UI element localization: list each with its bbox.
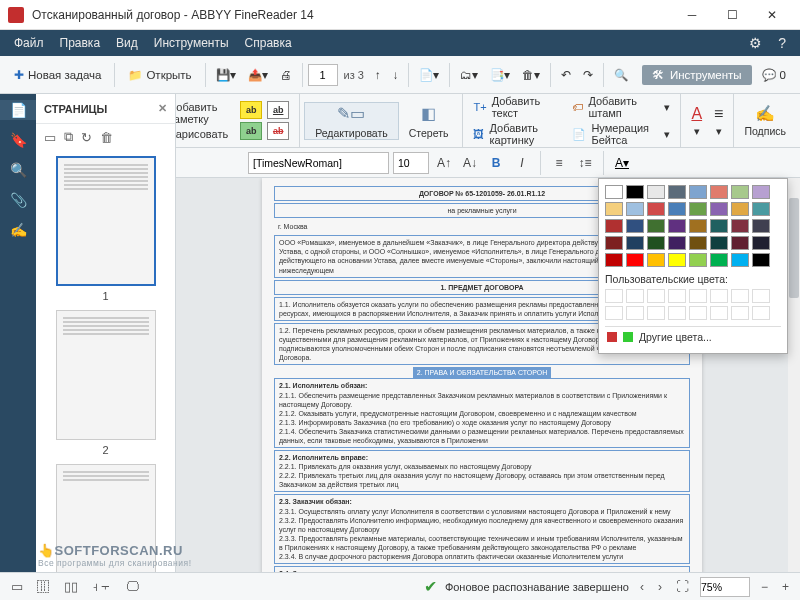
status-next-icon[interactable]: ›: [655, 580, 665, 594]
color-swatch[interactable]: [752, 253, 770, 267]
color-swatch[interactable]: [731, 202, 749, 216]
bookmarks-tab-icon[interactable]: 🔖: [8, 130, 28, 150]
highlight-green-button[interactable]: ab: [240, 122, 262, 140]
color-swatch[interactable]: [731, 219, 749, 233]
user-color-slot[interactable]: [626, 306, 644, 320]
undo-button[interactable]: ↶: [556, 64, 576, 86]
italic-button[interactable]: I: [511, 152, 533, 174]
new-task-button[interactable]: ✚Новая задача: [6, 64, 109, 86]
user-color-slot[interactable]: [731, 289, 749, 303]
zoom-select[interactable]: [700, 577, 750, 597]
color-swatch[interactable]: [710, 253, 728, 267]
user-color-slot[interactable]: [752, 289, 770, 303]
layers-button[interactable]: 🗂▾: [455, 64, 483, 86]
user-color-slot[interactable]: [710, 289, 728, 303]
add-stamp-button[interactable]: 🏷Добавить штамп ▾: [572, 95, 670, 119]
menu-file[interactable]: Файл: [6, 30, 52, 56]
color-swatch[interactable]: [647, 185, 665, 199]
pages-close-icon[interactable]: ✕: [158, 102, 167, 115]
bates-numbering-button[interactable]: 📄Нумерация Бейтса ▾: [572, 122, 670, 146]
color-swatch[interactable]: [731, 236, 749, 250]
color-swatch[interactable]: [731, 253, 749, 267]
fullscreen-icon[interactable]: ⛶: [673, 579, 692, 594]
send-button[interactable]: 📤▾: [243, 64, 273, 86]
signatures-tab-icon[interactable]: ✍: [8, 220, 28, 240]
color-swatch[interactable]: [752, 236, 770, 250]
zoom-in-button[interactable]: +: [779, 580, 792, 594]
font-color-button[interactable]: A▾: [611, 152, 633, 174]
color-swatch[interactable]: [752, 219, 770, 233]
color-swatch[interactable]: [647, 253, 665, 267]
vertical-scrollbar[interactable]: [788, 178, 800, 572]
font-size-select[interactable]: [393, 152, 429, 174]
font-select[interactable]: [248, 152, 389, 174]
bold-button[interactable]: B: [485, 152, 507, 174]
add-image-button[interactable]: 🖼Добавить картинку: [473, 122, 560, 146]
color-swatch[interactable]: [626, 253, 644, 267]
user-color-slot[interactable]: [689, 289, 707, 303]
save-button[interactable]: 💾▾: [211, 64, 241, 86]
other-colors-button[interactable]: Другие цвета...: [605, 326, 781, 347]
status-prev-icon[interactable]: ‹: [637, 580, 647, 594]
open-button[interactable]: 📁Открыть: [120, 64, 199, 86]
redact-button[interactable]: ✎▭Редактировать: [304, 102, 399, 140]
color-swatch[interactable]: [605, 236, 623, 250]
user-color-slot[interactable]: [668, 306, 686, 320]
search-tab-icon[interactable]: 🔍: [8, 160, 28, 180]
color-swatch[interactable]: [626, 219, 644, 233]
user-color-slot[interactable]: [689, 306, 707, 320]
color-swatch[interactable]: [647, 236, 665, 250]
color-swatch[interactable]: [668, 253, 686, 267]
print-button[interactable]: 🖨: [275, 65, 297, 85]
color-swatch[interactable]: [689, 219, 707, 233]
page-tools-button[interactable]: 📑▾: [485, 64, 515, 86]
view-continuous-icon[interactable]: ⿲: [34, 579, 53, 594]
color-swatch[interactable]: [668, 202, 686, 216]
user-color-slot[interactable]: [605, 306, 623, 320]
underline-button[interactable]: ab: [267, 101, 289, 119]
thumb-add-icon[interactable]: ▭: [44, 130, 56, 145]
line-spacing-button[interactable]: ↕≡: [574, 152, 596, 174]
color-swatch[interactable]: [647, 219, 665, 233]
color-swatch[interactable]: [626, 202, 644, 216]
text-color-button[interactable]: A▾: [685, 105, 708, 137]
color-swatch[interactable]: [689, 236, 707, 250]
view-fit-icon[interactable]: ⫞⫟: [89, 579, 115, 594]
color-swatch[interactable]: [626, 236, 644, 250]
maximize-button[interactable]: ☐: [712, 1, 752, 29]
page-thumb-2[interactable]: [56, 310, 156, 440]
increase-font-icon[interactable]: A↑: [433, 152, 455, 174]
color-swatch[interactable]: [731, 185, 749, 199]
user-color-slot[interactable]: [668, 289, 686, 303]
menu-tools[interactable]: Инструменты: [146, 30, 237, 56]
align-button[interactable]: ≡: [548, 152, 570, 174]
menu-edit[interactable]: Правка: [52, 30, 109, 56]
color-swatch[interactable]: [710, 202, 728, 216]
highlight-yellow-button[interactable]: ab: [240, 101, 262, 119]
add-text-button[interactable]: T+Добавить текст: [473, 95, 560, 119]
color-swatch[interactable]: [605, 253, 623, 267]
user-color-slot[interactable]: [647, 306, 665, 320]
color-swatch[interactable]: [710, 236, 728, 250]
tools-panel-button[interactable]: 🛠 Инструменты: [642, 65, 752, 85]
color-swatch[interactable]: [647, 202, 665, 216]
color-swatch[interactable]: [668, 236, 686, 250]
help-icon[interactable]: ?: [770, 35, 794, 51]
user-color-slot[interactable]: [731, 306, 749, 320]
menu-help[interactable]: Справка: [237, 30, 300, 56]
zoom-out-button[interactable]: −: [758, 580, 771, 594]
user-color-slot[interactable]: [710, 306, 728, 320]
minimize-button[interactable]: ─: [672, 1, 712, 29]
color-swatch[interactable]: [605, 219, 623, 233]
color-swatch[interactable]: [752, 185, 770, 199]
thumb-delete-icon[interactable]: 🗑: [100, 130, 113, 145]
color-swatch[interactable]: [710, 185, 728, 199]
color-swatch[interactable]: [689, 185, 707, 199]
list-button[interactable]: ≡▾: [708, 105, 729, 137]
menu-view[interactable]: Вид: [108, 30, 146, 56]
decrease-font-icon[interactable]: A↓: [459, 152, 481, 174]
color-swatch[interactable]: [668, 219, 686, 233]
page-up-button[interactable]: ↑: [370, 65, 386, 85]
user-color-slot[interactable]: [626, 289, 644, 303]
page-number-input[interactable]: [308, 64, 338, 86]
